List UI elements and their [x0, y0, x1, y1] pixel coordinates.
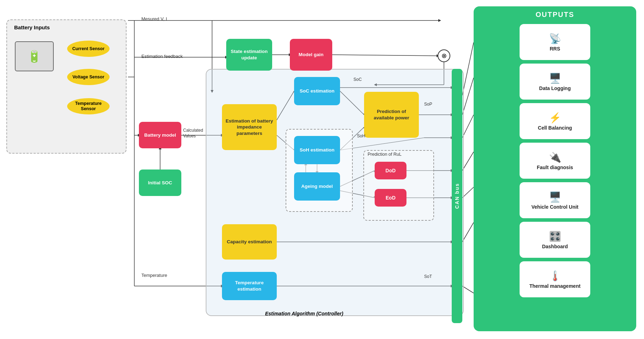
measured-label: Mesured V, I: [141, 16, 167, 22]
soc-label: SoC: [353, 77, 362, 82]
state-estimation-update-box: State estimation update: [226, 39, 272, 71]
svg-marker-1: [438, 19, 441, 22]
svg-line-63: [462, 78, 474, 115]
output-thermal: 🌡️ Thermal management: [520, 261, 590, 297]
dashboard-icon: 🎛️: [549, 231, 561, 242]
rrs-icon: 📡: [549, 33, 561, 44]
dashboard-label: Dashboard: [542, 244, 568, 249]
outputs-title: OUTPUTS: [535, 11, 574, 19]
svg-line-68: [462, 286, 474, 293]
can-bus-label: CAN bus: [454, 183, 460, 209]
battery-inputs-box: Battery Inputs 🔋: [6, 19, 127, 154]
thermal-icon: 🌡️: [549, 270, 561, 282]
soc-estimation-box: SoC estimation: [294, 77, 340, 105]
vcu-label: Vehicle Control Unit: [531, 204, 578, 210]
temperature-estimation-box: Temperature estimation: [222, 272, 277, 300]
svg-line-67: [462, 222, 474, 242]
svg-line-66: [462, 187, 474, 198]
svg-line-64: [462, 115, 474, 138]
model-gain-box: Model gain: [290, 39, 332, 71]
diagram-container: Battery Inputs 🔋 Current Sensor Voltage …: [0, 0, 644, 339]
output-fault-diagnosis: 🔌 Fault diagnosis: [520, 143, 590, 179]
sot-label: SoT: [424, 274, 432, 279]
multiply-circle: ⊗: [438, 49, 450, 62]
soh-label: SoH: [357, 133, 365, 138]
svg-line-62: [462, 42, 474, 95]
temperature-label: Temperature: [141, 273, 167, 278]
voltage-sensor: Voltage Sensor: [67, 69, 110, 85]
data-logging-label: Data Logging: [539, 85, 570, 91]
ageing-model-box: Ageing model: [294, 172, 340, 201]
temperature-sensor: Temperature Sensor: [67, 98, 110, 114]
soh-estimation-box: SoH estimation: [294, 136, 340, 164]
battery-inputs-title: Battery Inputs: [14, 24, 50, 30]
impedance-estimation-box: Estimation of battery impedance paramete…: [222, 104, 277, 150]
output-data-logging: 🖥️ Data Logging: [520, 64, 590, 100]
estimation-feedback-label: Estimation feedback: [141, 54, 183, 59]
rrs-label: RRS: [550, 46, 560, 52]
svg-line-65: [462, 152, 474, 171]
cell-balancing-label: Cell Balancing: [538, 125, 572, 131]
cell-balancing-icon: ⚡: [549, 112, 561, 124]
prediction-power-box: Prediction of available power: [364, 92, 419, 138]
dod-box: DoD: [375, 162, 406, 179]
fault-diagnosis-label: Fault diagnosis: [537, 165, 573, 170]
fault-diagnosis-icon: 🔌: [549, 151, 561, 163]
vcu-icon: 🖥️: [549, 191, 561, 203]
rul-box: [363, 150, 434, 221]
can-bus: CAN bus: [452, 69, 462, 323]
battery-image: 🔋: [15, 41, 54, 71]
estimation-algo-label: Estimation Algorithm (Controller): [265, 311, 343, 316]
eod-box: EoD: [375, 189, 406, 207]
output-vcu: 🖥️ Vehicle Control Unit: [520, 182, 590, 218]
data-logging-icon: 🖥️: [549, 72, 561, 84]
current-sensor: Current Sensor: [67, 41, 110, 57]
calculated-values-label: CalculatedValues: [183, 128, 203, 139]
thermal-label: Thermal management: [529, 283, 581, 289]
output-rrs: 📡 RRS: [520, 24, 590, 60]
outputs-panel: OUTPUTS 📡 RRS 🖥️ Data Logging ⚡ Cell Bal…: [474, 6, 636, 331]
capacity-estimation-box: Capacity estimation: [222, 224, 277, 260]
sop-label: SoP: [424, 102, 432, 107]
output-cell-balancing: ⚡ Cell Balancing: [520, 103, 590, 139]
rul-label: Prediction of RuL: [368, 152, 402, 157]
output-dashboard: 🎛️ Dashboard: [520, 222, 590, 258]
svg-line-17: [332, 55, 438, 56]
initial-soc-box: Initial SOC: [139, 170, 181, 196]
battery-model-box: Battery model: [139, 122, 181, 148]
